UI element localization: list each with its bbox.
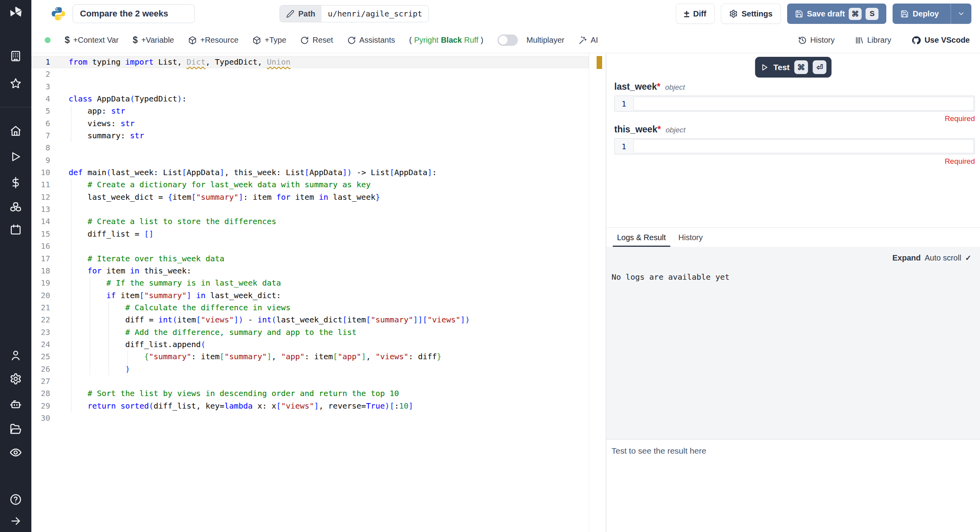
ai-bot-icon[interactable] [10,398,22,410]
save-icon [900,10,909,18]
home-icon[interactable] [10,125,22,137]
code-line[interactable]: 2 [31,68,589,80]
code-line[interactable]: 4class AppData(TypedDict): [31,93,589,105]
folders-icon[interactable] [10,423,22,435]
library-button[interactable]: Library [855,36,891,45]
diff-button[interactable]: ± Diff [676,4,715,24]
auto-scroll-label[interactable]: Auto scroll [925,253,961,262]
settings-button[interactable]: Settings [721,4,781,24]
code-line[interactable]: 26 ) [31,363,589,375]
code-line[interactable]: 28 # Sort the list by views in descendin… [31,387,589,400]
variables-dollar-icon[interactable] [10,177,22,188]
use-vscode-button[interactable]: Use VScode [911,36,970,45]
code-line[interactable]: 13 [31,203,589,215]
deploy-button[interactable]: Deploy [893,4,971,24]
arg-name: this_week* [614,124,661,135]
code-line[interactable]: 22 diff = int(item["views"]) - int(last_… [31,314,589,326]
code-line[interactable]: 23 # Add the difference, summary and app… [31,326,589,338]
code-line[interactable]: 14 # Create a list to store the differen… [31,215,589,228]
script-name-input[interactable]: Compare the 2 weeks [73,4,195,23]
arg-line-number: 1 [615,139,633,154]
help-icon[interactable] [10,494,22,506]
add-type-button[interactable]: +Type [252,36,286,45]
code-lines: 1from typing import List, Dict, TypedDic… [31,56,606,424]
code-line[interactable]: 5 app: str [31,105,589,117]
deploy-label: Deploy [913,9,939,18]
toggle-knob [499,36,508,45]
script-name-value: Compare the 2 weeks [80,9,168,19]
wand-icon [579,36,587,45]
collapse-arrow-icon[interactable] [10,516,22,527]
code-line[interactable]: 21 # Calculate the difference in views [31,302,589,314]
windmill-logo-icon[interactable] [7,5,24,22]
arg-type: object [666,126,686,134]
workspaces-icon[interactable] [10,50,22,62]
code-line[interactable]: 15 diff_list = [] [31,228,589,240]
code-line[interactable]: 29 return sorted(diff_list, key=lambda x… [31,400,589,412]
code-line[interactable]: 20 if item["summary"] in last_week_dict: [31,290,589,302]
arg-input-field[interactable] [633,97,974,110]
gear-icon [729,9,738,18]
code-line[interactable]: 1from typing import List, Dict, TypedDic… [31,56,589,68]
deploy-dropdown-button[interactable] [951,4,971,24]
chevron-down-icon [957,10,965,18]
add-resource-button[interactable]: +Resource [188,36,238,45]
code-line[interactable]: 16 [31,240,589,252]
path-label-chip[interactable]: Path [280,5,321,22]
runs-play-icon[interactable] [10,151,22,163]
settings-label: Settings [742,9,773,18]
code-line[interactable]: 27 [31,375,589,387]
expand-button[interactable]: Expand [892,253,920,262]
check-icon[interactable]: ✓ [965,253,971,262]
right-panel: Test ⌘ ⏎ last_week* object 1 Required th… [606,53,980,532]
code-line[interactable]: 24 diff_list.append( [31,338,589,351]
code-line[interactable]: 8 [31,142,589,154]
ai-button[interactable]: AI [579,36,598,45]
arg-input-field[interactable] [633,139,974,153]
pencil-icon [286,10,294,18]
user-icon[interactable] [10,349,22,361]
required-message: Required [614,157,975,166]
favorites-star-icon[interactable] [10,78,22,89]
save-draft-button[interactable]: Save draft ⌘ S [787,4,887,24]
settings-gear-icon[interactable] [10,373,22,385]
assistants-status: (Pyright Black Ruff) [409,36,483,45]
code-line[interactable]: 11 # Create a dictionary for last_week d… [31,179,589,191]
left-sidebar [0,0,31,532]
sidebar-divider [0,107,31,107]
test-button[interactable]: Test ⌘ ⏎ [755,57,832,78]
code-line[interactable]: 3 [31,81,589,93]
resources-boxes-icon[interactable] [10,201,22,213]
arg-type: object [665,83,685,92]
schedules-calendar-icon[interactable] [10,224,22,235]
history-clock-icon [798,36,807,45]
code-line[interactable]: 18 for item in this_week: [31,265,589,277]
assistants-button[interactable]: Assistants [347,36,395,45]
plus-minus-icon: ± [684,9,690,19]
code-line[interactable]: 19 # If the summary is in last_week data [31,277,589,289]
reset-button[interactable]: Reset [300,36,333,45]
code-line[interactable]: 12 last_week_dict = {item["summary"]: it… [31,191,589,203]
path-value[interactable]: u/henri/agile_script [321,5,428,22]
multiplayer-toggle[interactable] [497,34,518,46]
code-line[interactable]: 17 # Iterate over this_week data [31,253,589,265]
cmd-key-badge: ⌘ [849,8,862,20]
code-line[interactable]: 6 views: str [31,118,589,130]
code-line[interactable]: 10def main(last_week: List[AppData], thi… [31,166,589,179]
tab-history[interactable]: History [674,233,707,247]
arg-json-editor[interactable]: 1 [614,138,975,154]
path-field[interactable]: Path u/henri/agile_script [279,5,429,22]
code-editor[interactable]: 1from typing import List, Dict, TypedDic… [31,53,606,532]
tab-logs-result[interactable]: Logs & Result [613,233,670,247]
arg-json-editor[interactable]: 1 [614,96,975,112]
code-line[interactable]: 30 [31,412,589,424]
add-context-var-button[interactable]: $ +Context Var [65,35,119,45]
audit-eye-icon[interactable] [9,446,22,459]
code-line[interactable]: 7 summary: str [31,130,589,142]
code-line[interactable]: 25 {"summary": item["summary"], "app": i… [31,351,589,363]
diff-label: Diff [693,9,706,18]
code-line[interactable]: 9 [31,154,589,166]
history-button[interactable]: History [798,36,835,45]
add-variable-button[interactable]: $ +Variable [133,35,174,45]
multiplayer-label[interactable]: Multiplayer [526,36,564,45]
